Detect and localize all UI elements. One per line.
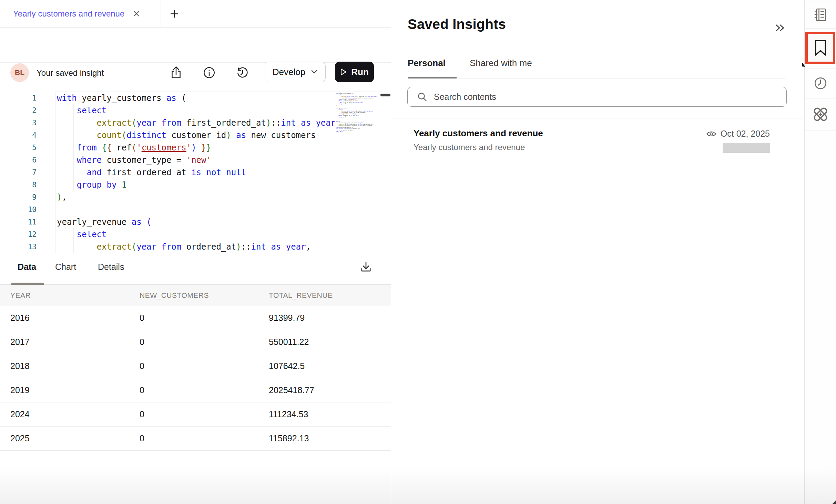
- app-window: Yearly customers and revenue BL Your sav…: [0, 0, 836, 504]
- line-number: 13: [0, 241, 37, 253]
- active-rail-highlight[interactable]: [805, 32, 835, 64]
- table-cell: 0: [140, 433, 269, 443]
- table-cell: 0: [140, 337, 269, 347]
- line-number: 2: [0, 104, 37, 117]
- plus-icon: [169, 9, 180, 19]
- table-cell: 115892.13: [269, 433, 391, 443]
- sql-editor[interactable]: 1234567891011121314151617181920212223242…: [0, 91, 391, 253]
- column-header-total-revenue: TOTAL_REVENUE: [269, 291, 391, 300]
- tab-title: Yearly customers and revenue: [13, 9, 124, 19]
- line-number: 8: [0, 179, 37, 191]
- insight-meta: Oct 02, 2025: [706, 129, 770, 139]
- table-header-row: YEAR NEW_CUSTOMERS TOTAL_REVENUE: [0, 285, 391, 306]
- table-row: 201902025418.77: [0, 378, 391, 402]
- table-cell: 2024: [10, 409, 140, 419]
- table-row: 20170550011.22: [0, 330, 391, 354]
- tab-shared-with-me[interactable]: Shared with me: [470, 58, 532, 69]
- new-tab-button[interactable]: [168, 8, 181, 20]
- minimap-code: with yearly_customers as ( select extrac…: [335, 92, 390, 132]
- tab-data[interactable]: Data: [18, 262, 36, 272]
- table-cell: 2025: [10, 433, 140, 443]
- line-number: 5: [0, 141, 37, 154]
- notebook-icon: [813, 7, 828, 22]
- loading-skeleton: [723, 143, 770, 153]
- line-number: 7: [0, 166, 37, 179]
- table-row: 20240111234.53: [0, 402, 391, 427]
- mouse-cursor: [801, 62, 806, 68]
- table-cell: 2025418.77: [269, 385, 391, 395]
- insight-subtitle: Yearly customers and revenue: [414, 143, 525, 152]
- editor-scrollbar-thumb[interactable]: [380, 94, 390, 96]
- side-icon-rail: [804, 0, 836, 504]
- line-number: 6: [0, 154, 37, 166]
- table-cell: 2018: [10, 361, 140, 371]
- editor-minimap[interactable]: with yearly_customers as ( select extrac…: [335, 92, 390, 252]
- tabs-divider: [408, 78, 786, 78]
- line-number: 1: [0, 92, 37, 104]
- panel-title: Saved Insights: [408, 17, 506, 32]
- resize-corner-mark: [832, 500, 836, 504]
- line-number-gutter: 1234567891011121314151617181920212223242…: [0, 92, 37, 253]
- tab-yearly-customers[interactable]: Yearly customers and revenue: [0, 0, 161, 28]
- table-cell: 111234.53: [269, 409, 391, 419]
- table-cell: 0: [140, 409, 269, 419]
- list-divider: [391, 118, 804, 118]
- line-number: 12: [0, 228, 37, 241]
- insight-list-item[interactable]: Yearly customers and revenue Oct 02, 202…: [391, 123, 804, 160]
- table-row: 2016091399.79: [0, 306, 391, 330]
- statusbar: Query completed in 4s Environment: PROD …: [0, 63, 391, 91]
- insight-header: BL Your saved insight: [0, 28, 391, 63]
- tab-personal[interactable]: Personal: [408, 58, 446, 69]
- table-cell: 2016: [10, 313, 140, 323]
- compass-icon: [812, 105, 829, 123]
- collapse-panel-button[interactable]: [773, 21, 786, 34]
- rail-divider: [805, 130, 836, 130]
- notebook-rail-button[interactable]: [805, 1, 836, 28]
- line-number: 11: [0, 216, 37, 228]
- results-tabbar: Data Chart Details: [0, 253, 391, 285]
- compass-rail-button[interactable]: [805, 98, 836, 130]
- table-cell: 550011.22: [269, 337, 391, 347]
- table-cell: 0: [140, 385, 269, 395]
- editor-tabbar: Yearly customers and revenue: [0, 0, 391, 28]
- minimap-line: order by 1: [336, 131, 390, 132]
- table-cell: 107642.5: [269, 361, 391, 371]
- line-number: 10: [0, 203, 37, 216]
- query-panel: Yearly customers and revenue BL Your sav…: [0, 0, 391, 504]
- close-icon[interactable]: [132, 9, 141, 18]
- search-input[interactable]: [434, 92, 744, 102]
- tab-chart[interactable]: Chart: [55, 262, 76, 272]
- tab-details[interactable]: Details: [98, 262, 124, 272]
- clock-icon: [813, 75, 828, 91]
- clock-rail-button[interactable]: [805, 69, 836, 98]
- bookmark-icon: [813, 39, 828, 56]
- line-number: 4: [0, 129, 37, 141]
- search-icon: [417, 91, 428, 102]
- download-button[interactable]: [358, 259, 374, 275]
- active-tab-underline: [408, 77, 457, 78]
- double-chevron-right-icon: [773, 21, 786, 34]
- table-cell: 91399.79: [269, 313, 391, 323]
- column-header-year: YEAR: [10, 291, 140, 300]
- saved-insights-panel: Saved Insights Personal Shared with me Y…: [391, 0, 804, 504]
- rail-divider: [805, 28, 836, 29]
- column-header-new-customers: NEW_CUSTOMERS: [140, 291, 269, 300]
- insight-title: Yearly customers and revenue: [414, 128, 543, 139]
- table-body: 2016091399.7920170550011.2220180107642.5…: [0, 306, 391, 451]
- download-icon: [359, 260, 373, 274]
- table-row: 20180107642.5: [0, 354, 391, 378]
- table-cell: 2017: [10, 337, 140, 347]
- table-cell: 0: [140, 361, 269, 371]
- line-number: 3: [0, 117, 37, 129]
- search-contents-box[interactable]: [407, 87, 787, 107]
- table-cell: 2019: [10, 385, 140, 395]
- table-cell: 0: [140, 313, 269, 323]
- insight-date: Oct 02, 2025: [721, 129, 770, 139]
- line-number: 9: [0, 191, 37, 203]
- table-row: 20250115892.13: [0, 427, 391, 451]
- active-tab-underline: [11, 283, 44, 285]
- eye-icon: [706, 130, 716, 138]
